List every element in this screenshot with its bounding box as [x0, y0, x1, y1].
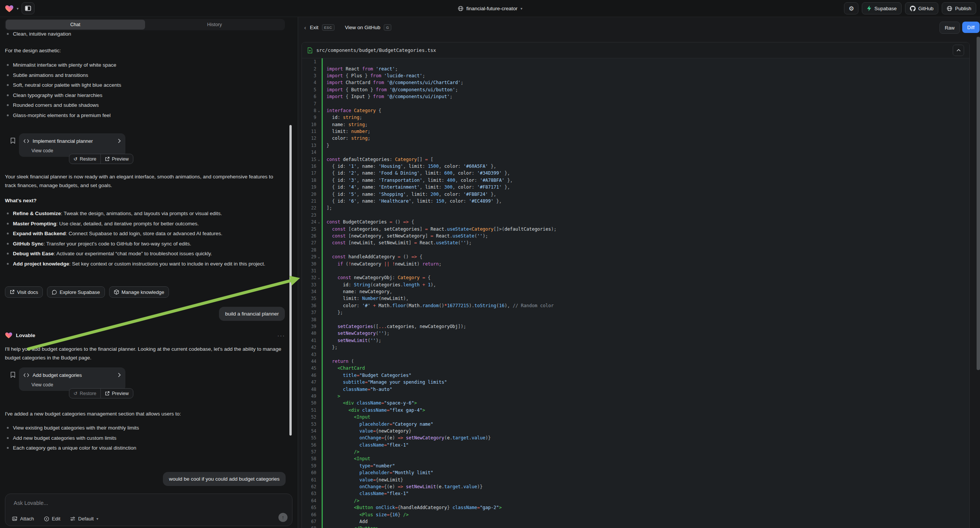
line-number[interactable]: 20 [302, 191, 321, 197]
preview-button[interactable]: Preview [100, 154, 133, 164]
line-number[interactable]: 37 [302, 309, 321, 316]
bookmark-icon[interactable] [10, 137, 16, 144]
publish-button[interactable]: Publish [942, 2, 976, 14]
line-number[interactable]: 12 [302, 135, 321, 142]
line-number[interactable]: 17 [302, 170, 321, 177]
tab-history[interactable]: History [145, 20, 285, 30]
line-number[interactable]: 32⌄ [302, 274, 321, 281]
line-number[interactable]: 21 [302, 198, 321, 205]
attach-button[interactable]: Attach [12, 516, 34, 522]
line-number[interactable]: 3 [302, 72, 321, 79]
explore-supabase-button[interactable]: Explore Supabase [47, 286, 105, 298]
line-number[interactable]: 40 [302, 330, 321, 337]
visit-docs-button[interactable]: Visit docs [5, 286, 43, 298]
line-number[interactable]: 26 [302, 232, 321, 239]
raw-toggle-button[interactable]: Raw [939, 22, 960, 34]
line-number[interactable]: 51 [302, 407, 321, 413]
line-number[interactable]: 4 [302, 79, 321, 86]
line-number[interactable]: 64 [302, 497, 321, 504]
line-number[interactable]: 66 [302, 511, 321, 518]
line-number[interactable]: 35 [302, 295, 321, 302]
version-card-implement-planner[interactable]: Implement financial planner View code [19, 133, 126, 157]
line-number[interactable]: 48 [302, 386, 321, 393]
line-number[interactable]: 34 [302, 288, 321, 295]
line-number[interactable]: 29⌄ [302, 253, 321, 260]
line-number[interactable]: 42 [302, 344, 321, 351]
line-number[interactable]: 28 [302, 247, 321, 253]
line-number[interactable]: 22 [302, 205, 321, 212]
line-number[interactable]: 60 [302, 469, 321, 476]
preview-button[interactable]: Preview [100, 389, 133, 398]
settings-button[interactable]: ⚙ [844, 2, 858, 14]
line-number[interactable]: 68 [302, 525, 321, 528]
line-number[interactable]: 27 [302, 239, 321, 246]
bookmark-icon[interactable] [10, 372, 16, 378]
line-number[interactable]: 8⌄ [302, 107, 321, 114]
logo-chevron-down-icon[interactable]: ▾ [17, 6, 19, 11]
line-number[interactable]: 24⌄ [302, 219, 321, 225]
line-number[interactable]: 53 [302, 420, 321, 427]
line-number[interactable]: 16 [302, 163, 321, 170]
line-number[interactable]: 59 [302, 463, 321, 469]
line-number[interactable]: 11 [302, 128, 321, 135]
line-number[interactable]: 7 [302, 100, 321, 107]
line-number[interactable]: 36 [302, 302, 321, 309]
model-selector[interactable]: Default ▾ [70, 516, 98, 522]
line-number[interactable]: 33 [302, 281, 321, 288]
collapse-file-button[interactable] [953, 45, 964, 56]
fold-chevron-icon[interactable]: ⌄ [316, 255, 321, 259]
line-number[interactable]: 52 [302, 413, 321, 420]
line-number[interactable]: 45 [302, 365, 321, 372]
chat-scrollbar[interactable] [290, 125, 292, 436]
line-number[interactable]: 15⌄ [302, 156, 321, 162]
project-selector[interactable]: financial-future-creator ▾ [458, 0, 522, 17]
fold-chevron-icon[interactable]: ⌄ [316, 157, 321, 161]
line-number[interactable]: 14 [302, 149, 321, 156]
line-number[interactable]: 10 [302, 121, 321, 128]
fold-chevron-icon[interactable]: ⌄ [316, 220, 321, 224]
line-number[interactable]: 38 [302, 316, 321, 323]
fold-chevron-icon[interactable]: ⌄ [316, 109, 321, 113]
code-editor[interactable]: 12import React from 'react';3import { Pl… [302, 58, 969, 528]
line-number[interactable]: 23 [302, 212, 321, 219]
line-number[interactable]: 39 [302, 323, 321, 330]
chevron-left-icon[interactable]: ‹ [304, 24, 306, 31]
line-number[interactable]: 25 [302, 225, 321, 232]
line-number[interactable]: 46 [302, 372, 321, 379]
line-number[interactable]: 55 [302, 434, 321, 441]
line-number[interactable]: 18 [302, 177, 321, 184]
exit-button[interactable]: Exit [310, 25, 318, 30]
chat-input[interactable] [13, 499, 278, 511]
line-number[interactable]: 5 [302, 86, 321, 93]
line-number[interactable]: 31 [302, 267, 321, 274]
line-number[interactable]: 13 [302, 142, 321, 149]
line-number[interactable]: 61 [302, 476, 321, 483]
line-number[interactable]: 9 [302, 114, 321, 121]
supabase-button[interactable]: Supabase [862, 2, 902, 14]
message-menu-button[interactable]: ··· [277, 332, 285, 339]
line-number[interactable]: 2 [302, 65, 321, 72]
line-number[interactable]: 1 [302, 58, 321, 65]
diff-toggle-button[interactable]: Diff [962, 22, 980, 33]
line-number[interactable]: 30 [302, 260, 321, 267]
edit-mode-button[interactable]: Edit [44, 516, 60, 522]
manage-knowledge-button[interactable]: Manage knowledge [109, 286, 169, 298]
lovable-logo-icon[interactable] [5, 5, 14, 13]
line-number[interactable]: 57 [302, 448, 321, 455]
line-number[interactable]: 47 [302, 379, 321, 386]
fold-chevron-icon[interactable]: ⌄ [316, 276, 321, 280]
line-number[interactable]: 44 [302, 358, 321, 365]
tab-chat[interactable]: Chat [6, 20, 145, 30]
view-on-github-link[interactable]: View on GitHub [345, 25, 381, 30]
line-number[interactable]: 49 [302, 393, 321, 399]
line-number[interactable]: 56 [302, 441, 321, 448]
restore-button[interactable]: ↺ Restore [69, 389, 100, 398]
line-number[interactable]: 6 [302, 93, 321, 100]
version-card-add-budget-categories[interactable]: Add budget categories View code [19, 367, 126, 391]
restore-button[interactable]: ↺ Restore [69, 154, 100, 164]
line-number[interactable]: 19 [302, 184, 321, 191]
line-number[interactable]: 63 [302, 490, 321, 497]
line-number[interactable]: 50 [302, 399, 321, 406]
line-number[interactable]: 65 [302, 504, 321, 511]
line-number[interactable]: 41 [302, 337, 321, 344]
